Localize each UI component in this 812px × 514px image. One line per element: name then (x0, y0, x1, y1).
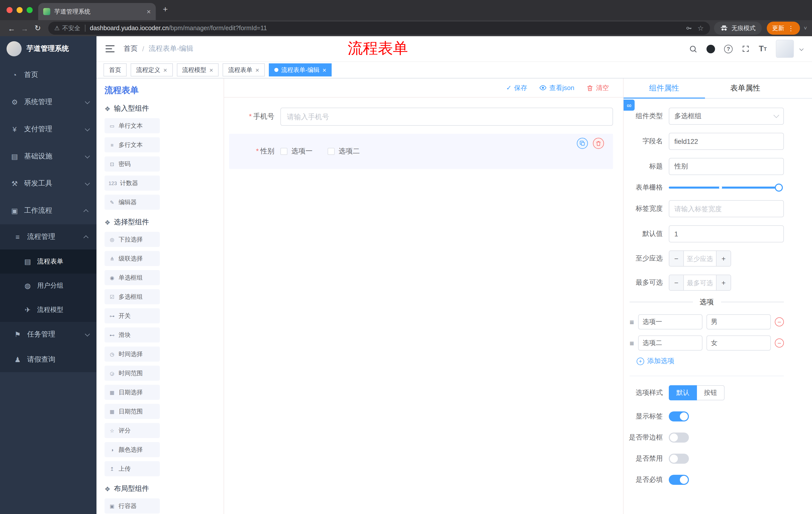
sidebar-item-payment-management[interactable]: ¥ 支付管理 (0, 116, 96, 143)
tag-process-definition[interactable]: 流程定义 × (130, 63, 173, 77)
tag-process-form[interactable]: 流程表单 × (223, 63, 265, 77)
palette-item-multi-text[interactable]: ≡多行文本 (105, 137, 160, 153)
plus-icon[interactable]: + (717, 251, 731, 266)
checkbox-option-1[interactable]: 选项一 (280, 147, 313, 156)
sidebar-collapse-icon[interactable] (106, 45, 115, 52)
tag-process-model[interactable]: 流程模型 × (177, 63, 219, 77)
save-button[interactable]: ✓ 保存 (506, 83, 527, 92)
user-avatar[interactable] (776, 40, 794, 58)
browser-menu-icon[interactable]: ⋮ (788, 24, 794, 32)
address-bar[interactable]: ⚠ 不安全 dashboard.yudao.iocoder.cn /bpm/ma… (48, 22, 710, 35)
palette-item-dropdown[interactable]: ◎下拉选择 (105, 232, 160, 247)
plus-icon[interactable]: + (717, 275, 731, 290)
option-value-input[interactable] (706, 335, 771, 351)
window-close-button[interactable] (6, 7, 12, 13)
password-key-icon[interactable] (685, 25, 692, 32)
min-select-input[interactable] (684, 251, 717, 266)
palette-item-rate[interactable]: ☆评分 (105, 423, 160, 438)
palette-item-time-picker[interactable]: ◷时间选择 (105, 347, 160, 361)
clear-button[interactable]: 清空 (586, 83, 609, 92)
tag-process-form-edit[interactable]: 流程表单-编辑 × (269, 63, 332, 77)
search-icon[interactable] (689, 45, 697, 53)
drag-handle-icon[interactable]: ≡ (630, 318, 634, 326)
toolbar-chevron-icon[interactable]: ˅ (804, 25, 807, 31)
add-option-button[interactable]: + 添加选项 (637, 357, 674, 366)
max-select-input[interactable] (684, 275, 717, 290)
show-label-toggle[interactable] (669, 411, 689, 422)
window-zoom-button[interactable] (27, 7, 33, 13)
palette-item-cascader[interactable]: ⋔级联选择 (105, 251, 160, 266)
breadcrumb-home[interactable]: 首页 (124, 44, 138, 53)
bookmark-star-icon[interactable]: ☆ (697, 24, 704, 32)
sidebar-item-user-group[interactable]: ◍ 用户分组 (0, 274, 96, 298)
default-value-input[interactable] (669, 225, 784, 242)
phone-input[interactable] (280, 108, 613, 126)
sidebar-item-process-form[interactable]: ▤ 流程表单 (0, 249, 96, 274)
sidebar-item-system-management[interactable]: ⚙ 系统管理 (0, 88, 96, 116)
tag-close-icon[interactable]: × (255, 66, 259, 73)
fullscreen-icon[interactable] (742, 45, 750, 53)
checkbox-option-2[interactable]: 选项二 (328, 147, 360, 156)
form-grid-slider[interactable] (669, 187, 779, 189)
copy-component-button[interactable] (577, 138, 588, 149)
link-handle-icon[interactable]: ∞ (624, 100, 635, 111)
browser-update-button[interactable]: 更新 ⋮ (766, 22, 800, 35)
selected-form-component[interactable]: *性别 选项一 选项二 (229, 134, 613, 169)
palette-item-editor[interactable]: ✎编辑器 (105, 195, 160, 210)
border-toggle[interactable] (669, 433, 689, 442)
palette-item-checkbox-group[interactable]: ☑多选框组 (105, 289, 160, 304)
view-json-button[interactable]: 查看json (539, 83, 574, 92)
help-icon[interactable]: ? (724, 45, 733, 53)
option-value-input[interactable] (706, 314, 771, 329)
field-name-input[interactable] (669, 133, 784, 150)
window-minimize-button[interactable] (17, 7, 23, 13)
palette-item-single-text[interactable]: ▭单行文本 (105, 118, 160, 133)
avatar-caret-icon[interactable] (800, 47, 804, 51)
palette-item-switch[interactable]: ⊶开关 (105, 308, 160, 323)
tab-close-icon[interactable]: × (147, 8, 151, 15)
github-icon[interactable] (706, 45, 715, 53)
checkbox-icon[interactable] (280, 148, 287, 155)
option-label-input[interactable] (638, 314, 702, 329)
palette-item-radio-group[interactable]: ◉单选框组 (105, 270, 160, 285)
tab-form-props[interactable]: 表单属性 (705, 78, 786, 98)
forward-icon[interactable]: → (18, 24, 31, 32)
phone-field-row[interactable]: *手机号 (229, 108, 613, 126)
tag-home[interactable]: 首页 (104, 63, 127, 77)
font-size-icon[interactable]: TT (759, 44, 767, 53)
tab-component-props[interactable]: 组件属性 (624, 78, 705, 98)
delete-component-button[interactable] (593, 138, 604, 149)
new-tab-button[interactable]: + (163, 4, 168, 15)
palette-item-upload[interactable]: ↥上传 (105, 461, 160, 476)
palette-item-date-picker[interactable]: ▦日期选择 (105, 385, 160, 400)
drag-handle-icon[interactable]: ≡ (630, 339, 634, 347)
browser-tab[interactable]: 芋道管理系统 × (38, 3, 156, 20)
sidebar-item-home[interactable]: ◔ 首页 (0, 61, 96, 88)
palette-item-slider[interactable]: ⊷滑块 (105, 327, 160, 343)
sidebar-item-process-management[interactable]: ≡ 流程管理 (0, 224, 96, 249)
component-type-select[interactable]: 多选框组 (669, 108, 784, 125)
tag-close-icon[interactable]: × (209, 66, 213, 73)
reload-icon[interactable]: ↻ (31, 24, 44, 33)
style-button-button[interactable]: 按钮 (697, 385, 725, 400)
palette-item-row-container[interactable]: ▣行容器 (105, 498, 160, 514)
palette-item-time-range[interactable]: ◶时间范围 (105, 366, 160, 381)
sidebar-item-leave-query[interactable]: ♟ 请假查询 (0, 347, 96, 372)
minus-icon[interactable]: − (669, 275, 684, 290)
back-icon[interactable]: ← (5, 24, 18, 32)
remove-option-button[interactable]: − (775, 339, 784, 348)
required-toggle[interactable] (669, 475, 689, 485)
checkbox-icon[interactable] (328, 148, 335, 155)
title-input[interactable] (669, 158, 784, 175)
label-width-input[interactable] (669, 200, 784, 217)
slider-handle[interactable] (775, 184, 783, 192)
sidebar-item-task-management[interactable]: ⚑ 任务管理 (0, 322, 96, 347)
palette-item-date-range[interactable]: ▦日期范围 (105, 404, 160, 419)
security-warning-icon[interactable]: ⚠ (54, 25, 60, 32)
sidebar-item-devtools[interactable]: ⚒ 研发工具 (0, 170, 96, 197)
tag-close-icon[interactable]: × (323, 66, 326, 73)
sidebar-item-process-model[interactable]: ✈ 流程模型 (0, 298, 96, 322)
style-default-button[interactable]: 默认 (669, 385, 697, 400)
palette-item-color-picker[interactable]: ◑颜色选择 (105, 442, 160, 457)
tag-close-icon[interactable]: × (163, 66, 167, 73)
